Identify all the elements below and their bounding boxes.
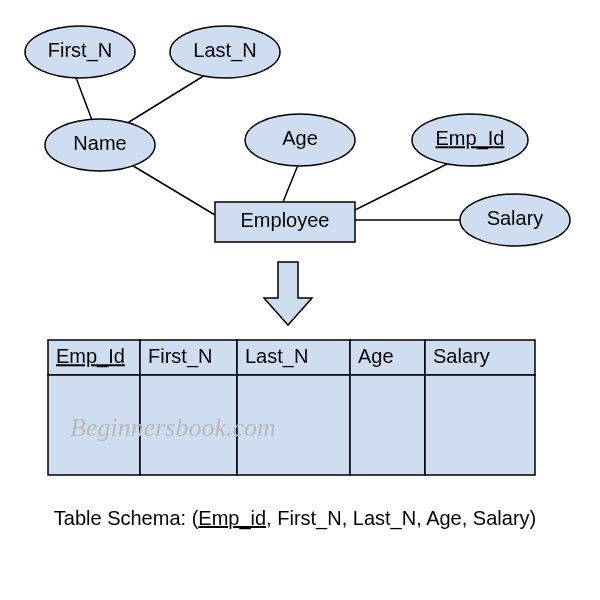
- entity-employee-label: Employee: [241, 209, 330, 231]
- td-age: [350, 375, 425, 475]
- line-name-employee: [120, 158, 215, 215]
- attr-name-label: Name: [73, 132, 126, 154]
- th-first-n-label: First_N: [148, 345, 212, 368]
- attr-last-n-label: Last_N: [193, 39, 256, 62]
- attr-age-label: Age: [282, 127, 318, 149]
- attr-salary-label: Salary: [487, 207, 544, 229]
- schema-prefix: Table Schema: (: [54, 507, 199, 529]
- schema-table: Emp_Id First_N Last_N Age Salary: [48, 340, 535, 475]
- td-salary: [425, 375, 535, 475]
- schema-rest: , First_N, Last_N, Age, Salary): [266, 507, 536, 530]
- th-emp-id-label: Emp_Id: [56, 345, 125, 368]
- th-age-label: Age: [358, 345, 394, 367]
- schema-caption: Table Schema: (Emp_id, First_N, Last_N, …: [54, 507, 536, 530]
- line-empid-employee: [355, 160, 455, 210]
- schema-key: Emp_id: [198, 507, 266, 530]
- attr-emp-id-label: Emp_Id: [436, 127, 505, 150]
- arrow-down-icon: [264, 262, 312, 325]
- watermark-text: Beginnersbook.com: [70, 413, 276, 442]
- er-to-table-diagram: First_N Last_N Name Age Emp_Id Salary Em…: [0, 0, 600, 600]
- th-salary-label: Salary: [433, 345, 490, 367]
- attr-first-n-label: First_N: [48, 39, 112, 62]
- th-last-n-label: Last_N: [245, 345, 308, 368]
